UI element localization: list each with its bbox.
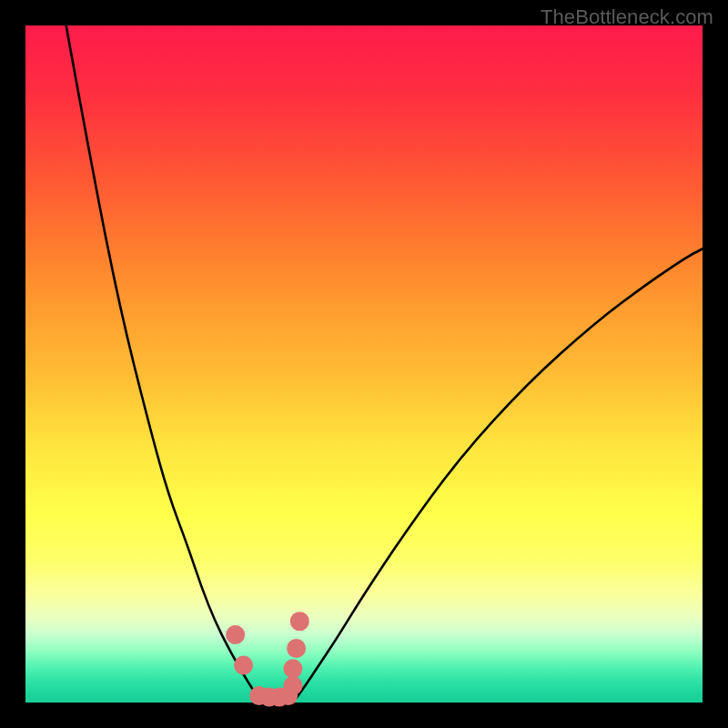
chart-root: TheBottleneck.com [0, 0, 728, 728]
marker-point [226, 625, 245, 644]
marker-point [287, 639, 306, 658]
marker-point [283, 659, 302, 678]
curves-svg [25, 25, 703, 703]
markers-group [226, 612, 309, 706]
bottleneck-curve-left [66, 25, 263, 703]
marker-point [283, 676, 302, 695]
bottleneck-curve-right [293, 249, 703, 703]
marker-point [290, 612, 309, 631]
marker-point [234, 656, 253, 675]
plot-area [25, 25, 703, 703]
